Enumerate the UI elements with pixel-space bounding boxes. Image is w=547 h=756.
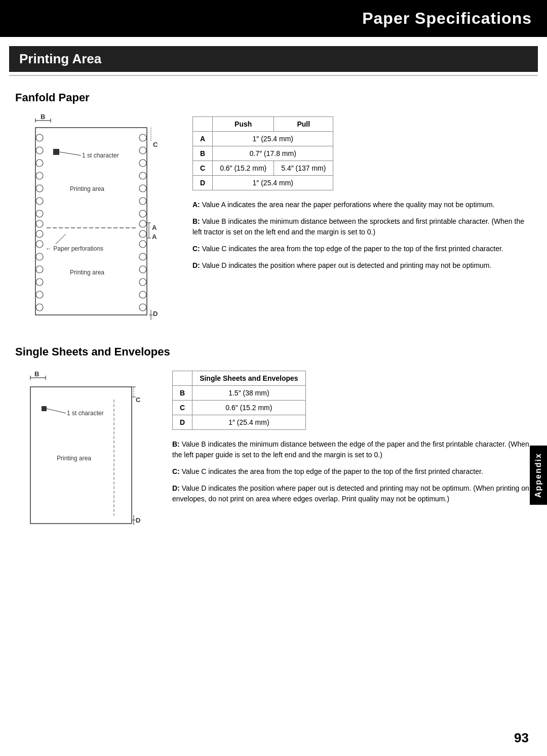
svg-text:B: B: [41, 113, 45, 121]
single-svg: B C 1 st character Printing area D: [15, 367, 157, 534]
table-row: D 1″ (25.4 mm): [193, 176, 333, 190]
svg-text:C: C: [136, 396, 141, 404]
note-b: B: Value B indicates the minimum distanc…: [192, 216, 532, 237]
row-sd-value: 1″ (25.4 mm): [192, 415, 306, 430]
main-content: Fanfold Paper: [0, 76, 547, 561]
fanfold-diagram: B C 1 st character Printing area ← Paper…: [15, 112, 177, 330]
note-c: C: Value C indicates the area from the t…: [192, 244, 532, 254]
single-table: Single Sheets and Envelopes B 1.5″ (38 m…: [172, 371, 306, 430]
fanfold-notes: A: Value A indicates the area near the p…: [192, 200, 532, 277]
row-sb-value: 1.5″ (38 mm): [192, 386, 306, 401]
row-label-sc: C: [173, 401, 192, 415]
table-row: B 1.5″ (38 mm): [173, 386, 306, 401]
single-notes: B: Value B indicates the minimum distanc…: [172, 439, 532, 510]
single-note-b: B: Value B indicates the minimum distanc…: [172, 439, 532, 460]
note-a-text: Value A indicates the area near the pape…: [202, 201, 495, 209]
row-label-b: B: [193, 146, 213, 161]
page-header: Paper Specifications: [0, 0, 547, 37]
row-d-value: 1″ (25.4 mm): [213, 176, 333, 190]
svg-text:A: A: [152, 224, 157, 231]
table-row: C 0.6″ (15.2 mm): [173, 401, 306, 415]
note-d-text: Value D indicates the position where pap…: [202, 261, 492, 269]
fanfold-right-panel: Push Pull A 1″ (25.4 mm) B 0.7″ (17.8 mm…: [192, 112, 532, 277]
single-note-d: D: Value D indicates the position where …: [172, 483, 532, 504]
svg-text:B: B: [34, 370, 39, 378]
col-pull: Pull: [274, 117, 333, 132]
svg-text:← Paper perforations: ← Paper perforations: [46, 245, 103, 252]
single-note-c-text: Value C indicates the area from the top …: [182, 467, 483, 475]
svg-text:1 st character: 1 st character: [82, 152, 119, 159]
section-title: Printing Area: [19, 51, 528, 67]
row-label-a: A: [193, 132, 213, 146]
row-a-value: 1″ (25.4 mm): [213, 132, 333, 146]
svg-text:Printing area: Printing area: [70, 269, 104, 276]
single-note-b-letter: B:: [172, 440, 180, 448]
svg-text:D: D: [136, 516, 140, 524]
svg-text:A: A: [152, 233, 157, 241]
row-c-push: 0.6″ (15.2 mm): [213, 161, 274, 176]
note-d-letter: D:: [192, 261, 200, 269]
row-label-sd: D: [173, 415, 192, 430]
row-label-sb: B: [173, 386, 192, 401]
fanfold-layout: B C 1 st character Printing area ← Paper…: [15, 112, 532, 330]
col-empty2: [173, 371, 192, 386]
svg-text:C: C: [153, 141, 158, 148]
note-a: A: Value A indicates the area near the p…: [192, 200, 532, 210]
single-right-panel: Single Sheets and Envelopes B 1.5″ (38 m…: [172, 367, 532, 510]
single-note-c: C: Value C indicates the area from the t…: [172, 466, 532, 477]
table-row: D 1″ (25.4 mm): [173, 415, 306, 430]
single-layout: B C 1 st character Printing area D: [15, 367, 532, 535]
single-note-d-text: Value D indicates the position where pap…: [172, 484, 529, 503]
table-row: C 0.6″ (15.2 mm) 5.4″ (137 mm): [193, 161, 333, 176]
page-title: Paper Specifications: [0, 9, 532, 28]
svg-text:1 st character: 1 st character: [67, 410, 104, 417]
note-c-letter: C:: [192, 245, 200, 253]
single-note-d-letter: D:: [172, 484, 180, 492]
note-a-letter: A:: [192, 201, 200, 209]
row-label-d: D: [193, 176, 213, 190]
single-table-container: Single Sheets and Envelopes B 1.5″ (38 m…: [172, 371, 532, 430]
note-b-letter: B:: [192, 217, 200, 225]
row-c-pull: 5.4″ (137 mm): [274, 161, 333, 176]
col-push: Push: [213, 117, 274, 132]
single-note-b-text: Value B indicates the minimum distance b…: [172, 440, 529, 459]
fanfold-subtitle: Fanfold Paper: [15, 91, 532, 104]
page-number: 93: [514, 730, 529, 746]
svg-text:Printing area: Printing area: [70, 185, 104, 192]
row-label-c: C: [193, 161, 213, 176]
svg-rect-37: [53, 149, 59, 155]
appendix-tab: Appendix: [530, 446, 547, 505]
note-d: D: Value D indicates the position where …: [192, 260, 532, 271]
fanfold-svg: B C 1 st character Printing area ← Paper…: [15, 112, 172, 330]
table-row: B 0.7″ (17.8 mm): [193, 146, 333, 161]
note-b-text: Value B indicates the minimum distance b…: [192, 217, 524, 236]
col-empty: [193, 117, 213, 132]
single-subtitle: Single Sheets and Envelopes: [15, 345, 532, 359]
svg-text:Printing area: Printing area: [57, 455, 91, 462]
row-sc-value: 0.6″ (15.2 mm): [192, 401, 306, 415]
fanfold-table: Push Pull A 1″ (25.4 mm) B 0.7″ (17.8 mm…: [192, 116, 333, 190]
note-c-text: Value C indicates the area from the top …: [202, 245, 503, 253]
fanfold-table-container: Push Pull A 1″ (25.4 mm) B 0.7″ (17.8 mm…: [192, 116, 532, 190]
svg-text:D: D: [153, 310, 158, 317]
table-row: A 1″ (25.4 mm): [193, 132, 333, 146]
row-b-value: 0.7″ (17.8 mm): [213, 146, 333, 161]
col-single-sheets: Single Sheets and Envelopes: [192, 371, 306, 386]
section-title-bar: Printing Area: [9, 46, 538, 72]
single-note-c-letter: C:: [172, 467, 180, 475]
svg-rect-62: [42, 406, 47, 411]
single-diagram: B C 1 st character Printing area D: [15, 367, 157, 535]
